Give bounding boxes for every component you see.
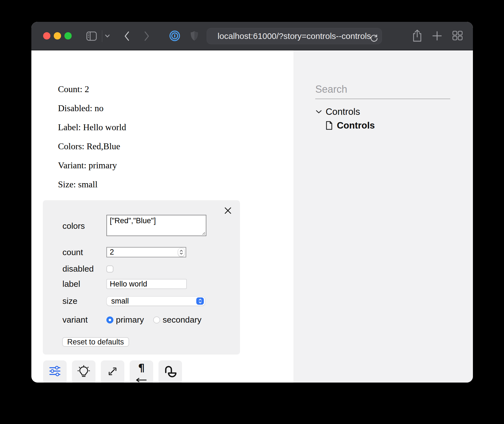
ladle-logo-button[interactable] (158, 360, 182, 383)
count-label: count (62, 248, 106, 257)
toolbar-divider (102, 30, 102, 42)
address-bar-url: localhost:61000/?story=controls--control… (218, 31, 371, 41)
sidebar-group-controls[interactable]: Controls (316, 106, 360, 118)
stepper-down-icon (180, 253, 183, 255)
colors-label: colors (62, 221, 106, 231)
sidebar-story-label: Controls (337, 120, 375, 131)
story-preview: Count: 2 Disabled: no Label: Hello world… (58, 84, 126, 198)
count-input[interactable] (106, 247, 186, 257)
story-line: Size: small (58, 179, 126, 190)
browser-toolbar: localhost:61000/?story=controls--control… (31, 22, 473, 50)
document-icon (326, 121, 333, 130)
variant-radio-secondary[interactable] (153, 316, 160, 323)
resize-handle-icon[interactable] (202, 232, 205, 235)
lightbulb-icon (77, 365, 91, 379)
sidebar-toggle-icon[interactable] (86, 31, 97, 41)
story-line: Count: 2 (58, 84, 126, 94)
password-extension-icon[interactable] (169, 30, 180, 41)
label-input[interactable] (106, 279, 187, 289)
tab-overview-icon[interactable] (452, 31, 463, 41)
close-window-button[interactable] (43, 32, 50, 39)
back-button[interactable] (124, 31, 130, 41)
search-field[interactable] (315, 83, 450, 99)
browser-window: localhost:61000/?story=controls--control… (31, 22, 473, 383)
controls-panel: colors ["Red","Blue"] count (43, 200, 240, 355)
reload-icon[interactable] (370, 32, 378, 48)
theme-tab-button[interactable] (72, 360, 95, 383)
story-line: Colors: Red,Blue (58, 141, 126, 152)
controls-tab-button[interactable] (43, 360, 67, 383)
chevron-down-icon (316, 110, 322, 113)
share-icon[interactable] (412, 29, 423, 43)
variant-label: variant (62, 315, 106, 325)
select-stepper-icon (196, 297, 204, 305)
variant-radio-primary[interactable] (106, 316, 113, 323)
ladle-icon (163, 365, 177, 379)
zoom-window-button[interactable] (64, 32, 72, 39)
variant-primary-label: primary (116, 315, 144, 325)
address-bar[interactable]: localhost:61000/?story=controls--control… (207, 28, 382, 44)
forward-button[interactable] (144, 31, 150, 41)
search-input[interactable] (315, 83, 450, 95)
disabled-label: disabled (62, 264, 106, 274)
fullscreen-tab-button[interactable] (101, 360, 124, 383)
story-line: Disabled: no (58, 103, 126, 113)
story-line: Variant: primary (58, 160, 126, 171)
expand-arrows-icon (106, 365, 119, 378)
stepper-up-icon (180, 250, 183, 252)
size-label: size (62, 296, 106, 306)
sliders-icon (48, 365, 61, 378)
new-tab-icon[interactable] (432, 31, 442, 41)
reset-to-defaults-button[interactable]: Reset to defaults (62, 337, 129, 347)
story-line: Label: Hello world (58, 122, 126, 132)
sidebar-group-label: Controls (326, 106, 360, 117)
size-select[interactable]: small (106, 296, 205, 306)
close-panel-button[interactable] (224, 206, 232, 215)
shield-extension-icon[interactable] (190, 31, 199, 41)
rtl-icon: ¶ (136, 363, 147, 382)
reset-button-label: Reset to defaults (67, 338, 124, 346)
pilcrow-glyph: ¶ (138, 363, 145, 373)
sidebar-chevron-down-icon[interactable] (105, 34, 110, 38)
size-select-value: small (111, 297, 129, 306)
label-label: label (62, 279, 106, 289)
close-icon (224, 206, 232, 215)
rtl-tab-button[interactable]: ¶ (130, 360, 153, 383)
colors-textarea[interactable]: ["Red","Blue"] (106, 215, 206, 236)
count-stepper[interactable] (178, 248, 185, 257)
disabled-checkbox[interactable] (106, 265, 113, 272)
variant-secondary-label: secondary (163, 315, 201, 325)
minimize-window-button[interactable] (54, 32, 61, 39)
story-sidebar (293, 50, 473, 383)
sidebar-item-controls-story[interactable]: Controls (326, 119, 375, 132)
